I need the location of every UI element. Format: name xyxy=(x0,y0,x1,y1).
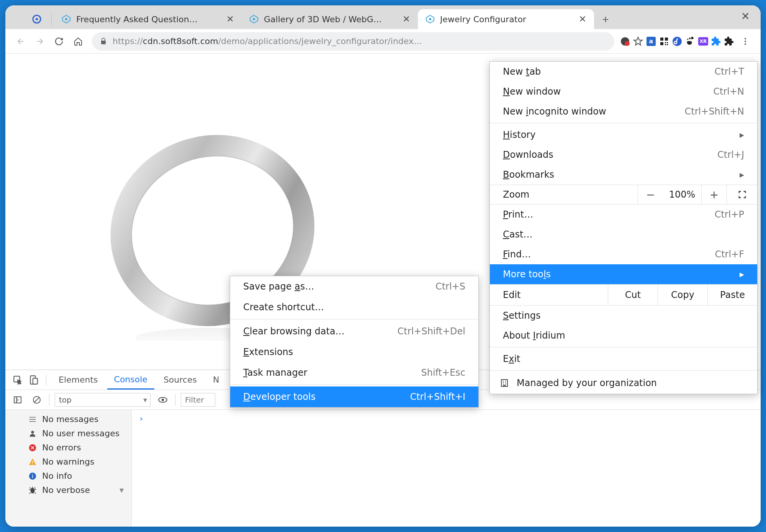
menu-zoom: Zoom − 100% + xyxy=(490,185,757,205)
zoom-out-button[interactable]: − xyxy=(638,185,663,204)
edit-paste-button[interactable]: Paste xyxy=(707,285,757,305)
back-button[interactable] xyxy=(12,33,29,50)
tab-1[interactable]: Gallery of 3D Web / WebG… ✕ xyxy=(242,9,418,29)
menu-bookmarks[interactable]: Bookmarks▸ xyxy=(490,165,757,185)
live-expr-icon[interactable] xyxy=(156,393,170,407)
menu-downloads[interactable]: DownloadsCtrl+J xyxy=(490,145,757,165)
url-bar[interactable]: https://cdn.soft8soft.com/demo/applicati… xyxy=(92,32,614,51)
console-prompt-icon: › xyxy=(139,414,144,423)
menu-new-window[interactable]: New windowCtrl+N xyxy=(490,82,757,101)
menu-incognito[interactable]: New incognito windowCtrl+Shift+N xyxy=(490,101,757,121)
ext-gnome-icon[interactable] xyxy=(685,36,696,47)
home-button[interactable] xyxy=(70,33,87,50)
menu-about[interactable]: About Iridium xyxy=(490,326,757,345)
console-output[interactable]: › xyxy=(132,410,761,527)
tab-2-title: Jewelry Configurator xyxy=(440,15,573,24)
submenu-clear-data[interactable]: Clear browsing data…Ctrl+Shift+Del xyxy=(230,321,478,342)
translate-icon[interactable] xyxy=(620,36,630,47)
ext-puzzle-blue-icon[interactable] xyxy=(711,36,722,47)
svg-rect-30 xyxy=(14,397,21,403)
submenu-developer-tools[interactable]: Developer toolsCtrl+Shift+I xyxy=(230,386,478,407)
devtools-tab-sources[interactable]: Sources xyxy=(157,370,204,390)
sidebar-row-user[interactable]: No user messages xyxy=(5,426,131,440)
sidebar-row-info[interactable]: No info xyxy=(5,469,131,483)
info-icon xyxy=(28,472,37,480)
submenu-create-shortcut[interactable]: Create shortcut… xyxy=(230,297,478,318)
sidebar-row-warnings[interactable]: No warnings xyxy=(5,455,131,469)
ext-amazon-icon[interactable]: a xyxy=(646,36,656,47)
svg-point-20 xyxy=(687,38,688,39)
svg-rect-10 xyxy=(660,38,663,41)
svg-rect-43 xyxy=(32,474,33,475)
svg-point-44 xyxy=(31,488,35,493)
menu-find[interactable]: Find…Ctrl+F xyxy=(490,244,757,264)
extensions-button[interactable] xyxy=(724,36,735,47)
soft8soft-icon xyxy=(249,15,259,24)
inspect-icon[interactable] xyxy=(11,373,25,387)
chevron-right-icon: ▸ xyxy=(740,129,744,140)
svg-rect-39 xyxy=(32,461,33,463)
svg-point-19 xyxy=(689,38,691,39)
menu-print[interactable]: Print…Ctrl+P xyxy=(490,205,757,224)
sidebar-row-verbose[interactable]: No verbose▾ xyxy=(5,483,131,497)
devtools-tab-more[interactable]: N xyxy=(206,370,226,390)
tab-0[interactable]: Frequently Asked Question… ✕ xyxy=(54,9,242,29)
ext-fedora-icon[interactable] xyxy=(672,36,683,47)
edit-cut-button[interactable]: Cut xyxy=(608,285,658,305)
filter-input[interactable] xyxy=(181,393,215,407)
sidebar-row-errors[interactable]: No errors xyxy=(5,440,131,455)
fullscreen-button[interactable] xyxy=(727,185,757,204)
more-tools-submenu: Save page as…Ctrl+S Create shortcut… Cle… xyxy=(230,276,479,408)
iridium-icon xyxy=(32,15,41,24)
tab-2[interactable]: Jewelry Configurator ✕ xyxy=(418,9,594,29)
app-launcher-icon[interactable] xyxy=(25,9,49,29)
ext-qr-icon[interactable] xyxy=(659,36,669,47)
devtools-tab-console[interactable]: Console xyxy=(107,370,154,390)
svg-point-21 xyxy=(745,38,746,39)
tab-1-close-icon[interactable]: ✕ xyxy=(403,14,410,25)
submenu-task-manager[interactable]: Task managerShift+Esc xyxy=(230,362,478,383)
menu-exit[interactable]: Exit xyxy=(490,349,757,369)
tab-0-close-icon[interactable]: ✕ xyxy=(226,14,234,25)
svg-rect-14 xyxy=(667,42,668,43)
bug-icon xyxy=(28,486,37,494)
window-close-icon[interactable]: ✕ xyxy=(741,10,750,23)
menu-managed[interactable]: Managed by your organization xyxy=(490,372,757,394)
menu-new-tab[interactable]: New tabCtrl+T xyxy=(490,62,757,82)
toolbar: https://cdn.soft8soft.com/demo/applicati… xyxy=(5,29,761,54)
device-toggle-icon[interactable] xyxy=(27,373,41,387)
new-tab-button[interactable]: ＋ xyxy=(598,11,613,27)
zoom-value: 100% xyxy=(663,189,701,200)
menu-cast[interactable]: Cast… xyxy=(490,224,757,244)
console-sidebar: No messages No user messages No errors N… xyxy=(5,410,132,527)
svg-point-3 xyxy=(65,18,67,20)
svg-rect-42 xyxy=(32,475,33,478)
svg-rect-12 xyxy=(660,42,663,45)
devtools-tab-elements[interactable]: Elements xyxy=(52,370,105,390)
clear-console-icon[interactable] xyxy=(30,393,44,407)
context-select[interactable]: top xyxy=(55,393,151,407)
ext-xr-icon[interactable]: XR xyxy=(698,36,709,47)
bookmark-star-icon[interactable] xyxy=(633,36,643,47)
svg-point-9 xyxy=(625,41,630,46)
edit-copy-button[interactable]: Copy xyxy=(658,285,707,305)
warning-icon xyxy=(28,458,37,466)
reload-button[interactable] xyxy=(51,33,67,50)
svg-rect-29 xyxy=(33,378,38,384)
svg-point-7 xyxy=(429,18,431,20)
menu-settings[interactable]: Settings xyxy=(490,306,757,326)
menu-history[interactable]: History▸ xyxy=(490,125,757,145)
sidebar-row-messages[interactable]: No messages xyxy=(5,412,131,426)
console-sidebar-toggle-icon[interactable] xyxy=(11,393,25,407)
tab-2-close-icon[interactable]: ✕ xyxy=(579,14,586,25)
submenu-save-page[interactable]: Save page as…Ctrl+S xyxy=(230,276,478,297)
more-menu-button[interactable] xyxy=(737,33,754,50)
svg-point-23 xyxy=(745,43,746,45)
svg-rect-36 xyxy=(29,421,36,422)
forward-button[interactable] xyxy=(31,33,48,50)
chevron-right-icon: ▸ xyxy=(740,269,744,280)
submenu-extensions[interactable]: Extensions xyxy=(230,342,478,362)
zoom-in-button[interactable]: + xyxy=(701,185,727,204)
menu-more-tools[interactable]: More tools▸ xyxy=(490,264,757,284)
svg-point-37 xyxy=(31,431,34,433)
